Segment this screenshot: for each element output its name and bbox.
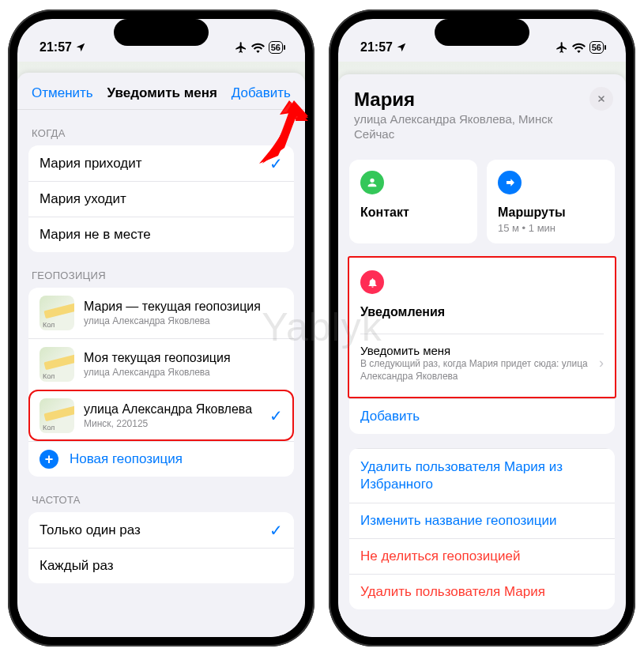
notify-me-row[interactable]: Уведомить меня В следующий раз, когда Ма… <box>360 334 604 392</box>
notifications-title: Уведомления <box>360 305 604 319</box>
remove-user-button[interactable]: Удалить пользователя Мария <box>349 574 615 609</box>
contact-tile[interactable]: Контакт <box>349 160 477 243</box>
person-icon <box>360 171 384 194</box>
location-list: Кол Мария — текущая геопозиция улица Але… <box>28 288 294 477</box>
person-name: Мария <box>354 89 610 111</box>
map-thumb-icon: Кол <box>40 398 74 433</box>
bell-icon <box>360 270 384 294</box>
wifi-icon <box>572 43 586 53</box>
location-option-maria[interactable]: Кол Мария — текущая геопозиция улица Але… <box>28 288 294 338</box>
sheet-title: Уведомить меня <box>107 85 217 101</box>
map-thumb-icon: Кол <box>40 296 74 330</box>
check-icon: ✓ <box>269 406 283 425</box>
location-arrow-icon <box>75 42 86 53</box>
phone-left: 21:57 56 Отменить Уведомить меня Добавит… <box>8 9 314 647</box>
actions-list: Удалить пользователя Мария из Избранного… <box>349 448 615 609</box>
directions-tile[interactable]: Маршруты 15 м • 1 мин <box>487 160 615 243</box>
directions-icon <box>498 171 522 194</box>
battery-icon: 56 <box>269 41 283 54</box>
airplane-icon <box>235 41 247 54</box>
new-location-button[interactable]: + Новая геопозиция <box>28 441 294 477</box>
location-arrow-icon <box>396 42 407 53</box>
when-option-leaves[interactable]: Мария уходит <box>28 181 294 217</box>
frequency-option-every[interactable]: Каждый раз <box>28 548 294 583</box>
close-button[interactable] <box>589 87 613 111</box>
section-frequency-label: ЧАСТОТА <box>17 477 305 512</box>
location-option-mine[interactable]: Кол Моя текущая геопозиция улица Алексан… <box>28 338 294 390</box>
dynamic-island <box>435 19 529 46</box>
person-address: улица Александра Яковлева, Минск <box>354 112 610 126</box>
wifi-icon <box>251 43 265 53</box>
when-option-notat[interactable]: Мария не в месте <box>28 217 294 252</box>
rename-location-button[interactable]: Изменить название геопозиции <box>349 503 615 538</box>
airplane-icon <box>555 41 568 54</box>
notifications-block-highlight: Уведомления Уведомить меня В следующий р… <box>348 256 616 398</box>
remove-favorite-button[interactable]: Удалить пользователя Мария из Избранного <box>349 448 615 503</box>
battery-icon: 56 <box>589 41 604 54</box>
check-icon: ✓ <box>269 521 283 540</box>
person-card: Мария улица Александра Яковлева, Минск С… <box>338 74 626 637</box>
status-time: 21:57 <box>360 40 393 55</box>
dynamic-island <box>114 19 209 46</box>
frequency-list: Только один раз ✓ Каждый раз <box>28 512 294 583</box>
location-option-street[interactable]: Кол улица Александра Яковлева Минск, 220… <box>28 390 294 441</box>
cancel-button[interactable]: Отменить <box>32 85 93 101</box>
chevron-right-icon: › <box>599 355 604 371</box>
phone-right: 21:57 56 Мария улица Александра Яковлева… <box>329 9 635 647</box>
section-location-label: ГЕОПОЗИЦИЯ <box>17 252 305 288</box>
route-eta: 15 м • 1 мин <box>498 222 604 234</box>
notifications-block: Уведомления Уведомить меня В следующий р… <box>349 261 615 394</box>
close-icon <box>597 94 606 104</box>
stop-sharing-button[interactable]: Не делиться геопозицией <box>349 538 615 574</box>
plus-icon: + <box>40 450 58 469</box>
map-thumb-icon: Кол <box>40 347 74 382</box>
add-button[interactable]: Добавить <box>232 85 291 101</box>
callout-arrow-icon <box>254 100 308 164</box>
status-time: 21:57 <box>40 40 72 55</box>
notifications-add-button[interactable]: Добавить <box>349 398 615 434</box>
person-updated: Сейчас <box>354 127 610 141</box>
frequency-option-once[interactable]: Только один раз ✓ <box>28 512 294 548</box>
